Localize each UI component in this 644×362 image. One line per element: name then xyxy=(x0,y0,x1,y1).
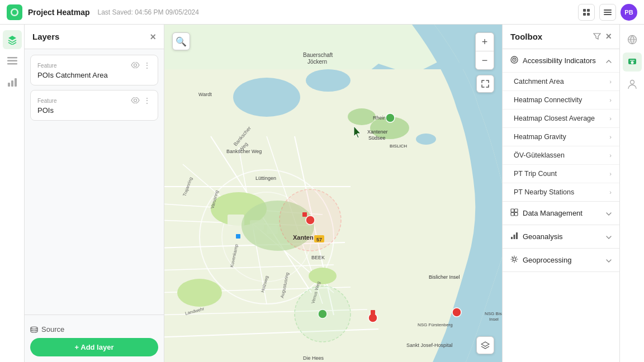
toolbox-item-heatmap-gravity[interactable]: Heatmap Gravity › xyxy=(503,127,619,146)
svg-rect-12 xyxy=(15,78,17,87)
svg-point-40 xyxy=(177,279,222,307)
zoom-out-button[interactable]: − xyxy=(476,51,494,69)
svg-text:Lüttingen: Lüttingen xyxy=(255,175,276,181)
svg-text:Xantener: Xantener xyxy=(367,129,388,135)
layer-type-label-pois: Feature xyxy=(37,98,56,104)
svg-point-22 xyxy=(348,108,376,125)
svg-text:Bauerschaft: Bauerschaft xyxy=(303,52,333,58)
heatmap-gravity-label: Heatmap Gravity xyxy=(514,133,566,141)
layers-panel-header: Layers × xyxy=(25,25,164,49)
toolbox-item-ov-guteklassen[interactable]: ÖV-Güteklassen › xyxy=(503,146,619,164)
svg-rect-11 xyxy=(11,80,13,87)
toolbox-section-header-data[interactable]: Data Management xyxy=(503,202,619,225)
toolbox-item-catchment-area[interactable]: Catchment Area › xyxy=(503,72,619,90)
svg-text:Südsee: Südsee xyxy=(368,135,386,141)
svg-point-95 xyxy=(512,257,513,258)
layers-nav-icon[interactable] xyxy=(3,30,22,49)
geoprocessing-section-icon xyxy=(510,255,518,265)
layer-more-icon-pois[interactable]: ⋮ xyxy=(143,96,151,105)
layer-title-pois: POIs xyxy=(37,106,151,115)
add-layer-button[interactable]: + Add layer xyxy=(30,338,158,356)
data-management-section-toggle xyxy=(606,209,612,217)
svg-point-14 xyxy=(134,99,137,102)
svg-rect-93 xyxy=(516,232,518,239)
toolbox-panel: Toolbox × xyxy=(502,25,619,362)
svg-point-94 xyxy=(513,258,516,261)
layer-more-icon-catchment[interactable]: ⋮ xyxy=(143,61,151,70)
accessibility-section-icon xyxy=(510,56,518,65)
chart-nav-icon[interactable] xyxy=(3,73,22,92)
menu-icon-button[interactable] xyxy=(599,4,616,21)
svg-text:BISLICH: BISLICH xyxy=(390,144,407,149)
toolbox-close-button[interactable]: × xyxy=(605,31,612,42)
svg-point-15 xyxy=(31,327,37,329)
toolbox-section-data-management: Data Management xyxy=(503,202,619,225)
svg-rect-92 xyxy=(514,235,515,239)
heatmap-connectivity-label: Heatmap Connectivity xyxy=(514,96,582,104)
zoom-in-button[interactable]: + xyxy=(476,33,494,51)
svg-rect-46 xyxy=(236,234,240,239)
toolbox-item-pt-nearby-stations[interactable]: PT Nearby Stations › xyxy=(503,183,619,201)
svg-text:NSG Fürstenberg: NSG Fürstenberg xyxy=(418,322,453,327)
layer-visibility-icon-pois[interactable] xyxy=(131,96,140,105)
layers-active-icon-button[interactable] xyxy=(623,53,642,72)
layers-panel: Layers × Feature ⋮ xyxy=(25,25,164,362)
toolbox-header: Toolbox × xyxy=(503,25,619,49)
svg-point-98 xyxy=(631,61,633,64)
toolbox-section-header-geoanalysis[interactable]: Geoanalysis xyxy=(503,225,619,248)
map-layers-button[interactable] xyxy=(476,336,494,354)
svg-rect-6 xyxy=(604,14,612,15)
pt-nearby-stations-chevron: › xyxy=(609,189,612,196)
toolbox-section-geoprocessing: Geoprocessing xyxy=(503,249,619,272)
geoprocessing-section-label: Geoprocessing xyxy=(523,256,571,264)
app-logo xyxy=(7,4,22,20)
layer-card-pois: Feature ⋮ POIs xyxy=(30,90,158,121)
svg-point-13 xyxy=(134,64,137,66)
toolbox-section-header-geoprocessing[interactable]: Geoprocessing xyxy=(503,249,619,272)
geoanalysis-section-label: Geoanalysis xyxy=(523,232,563,241)
svg-point-41 xyxy=(309,268,337,284)
toolbox-title: Toolbox xyxy=(510,32,542,41)
globe-icon-button[interactable] xyxy=(623,30,642,49)
toolbox-filter-icon[interactable] xyxy=(593,32,601,41)
svg-rect-7 xyxy=(7,57,17,59)
toolbox-item-heatmap-connectivity[interactable]: Heatmap Connectivity › xyxy=(503,90,619,109)
map-zoom-controls: + − xyxy=(475,32,494,70)
heatmap-gravity-chevron: › xyxy=(609,134,612,140)
topbar-icons: PB xyxy=(578,4,637,21)
app-title: Project Heatmap xyxy=(28,8,89,17)
svg-text:NSG Bislicher: NSG Bislicher xyxy=(485,311,502,316)
layers-panel-close[interactable]: × xyxy=(150,32,156,42)
search-map-button[interactable]: 🔍 xyxy=(172,32,190,50)
pt-nearby-stations-label: PT Nearby Stations xyxy=(514,188,574,196)
layers-panel-title: Layers xyxy=(32,32,59,41)
toolbox-section-geoanalysis: Geoanalysis xyxy=(503,225,619,249)
main-area: Layers × Feature ⋮ xyxy=(0,25,644,362)
map-area[interactable]: 57 Xanten Bauerschaft Jöckern Wardt Bank… xyxy=(164,25,502,362)
person-icon-button[interactable] xyxy=(623,75,642,94)
map-controls: 🔍 xyxy=(172,32,190,50)
layer-card-top-pois: Feature ⋮ xyxy=(37,96,151,105)
svg-rect-91 xyxy=(511,237,513,239)
list-nav-icon[interactable] xyxy=(3,51,22,70)
layers-list: Feature ⋮ POIs Catchment Area xyxy=(25,49,164,315)
user-avatar[interactable]: PB xyxy=(621,4,637,21)
toolbox-item-heatmap-closest[interactable]: Heatmap Closest Average › xyxy=(503,109,619,127)
geoanalysis-section-toggle xyxy=(606,233,612,241)
geoanalysis-section-icon xyxy=(510,232,518,241)
svg-rect-90 xyxy=(515,213,518,216)
layer-type-label-catchment: Feature xyxy=(37,63,56,69)
grid-icon-button[interactable] xyxy=(578,4,595,21)
layer-visibility-icon-catchment[interactable] xyxy=(131,61,140,70)
svg-rect-79 xyxy=(371,310,375,315)
toolbox-section-header-accessibility[interactable]: Accessibility Indicators xyxy=(503,49,619,72)
accessibility-section-toggle xyxy=(606,57,612,65)
svg-rect-2 xyxy=(583,13,586,16)
map-expand-button[interactable] xyxy=(476,75,494,93)
svg-rect-4 xyxy=(604,9,612,11)
layer-icons-pois: ⋮ xyxy=(131,96,151,105)
svg-point-74 xyxy=(368,313,377,322)
toolbox-item-pt-trip-count[interactable]: PT Trip Count › xyxy=(503,164,619,183)
ov-guteklassen-chevron: › xyxy=(609,152,612,159)
svg-rect-3 xyxy=(587,13,590,16)
